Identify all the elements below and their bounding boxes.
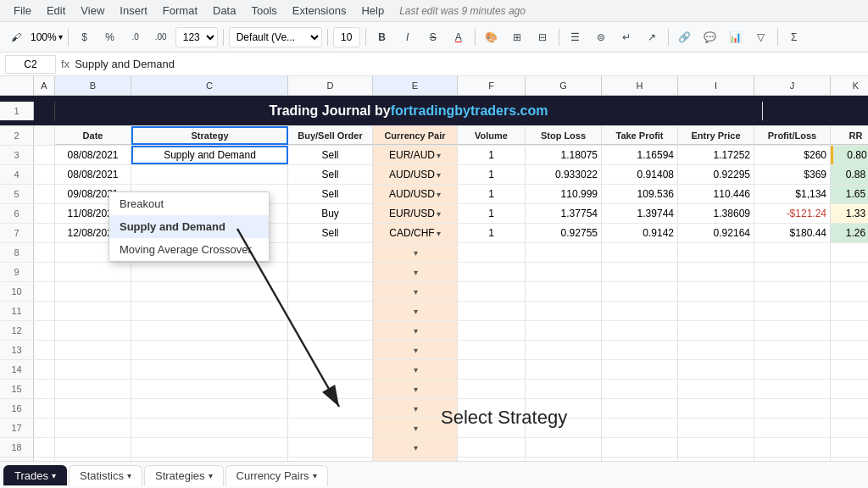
col-header-j[interactable]: J — [754, 76, 831, 95]
cell-k8[interactable] — [831, 243, 868, 262]
menu-view[interactable]: View — [74, 3, 111, 19]
cell-volume-2[interactable]: 1 — [458, 165, 526, 184]
cell-d11[interactable] — [288, 302, 373, 320]
cell-rr-5[interactable]: 1.26 — [831, 224, 868, 242]
tab-currency-pairs[interactable]: Currency Pairs ▾ — [225, 465, 328, 485]
cell-j14[interactable] — [754, 360, 831, 379]
cell-a9[interactable] — [34, 263, 55, 281]
col-header-c[interactable]: C — [131, 76, 288, 95]
zoom-dropdown-icon[interactable]: ▾ — [58, 32, 63, 42]
col-header-h[interactable]: H — [602, 76, 678, 95]
cell-f11[interactable] — [458, 302, 526, 320]
dropdown-arrow[interactable]: ▾ — [414, 365, 418, 374]
cell-sl-1[interactable]: 1.18075 — [526, 146, 602, 164]
cell-e12[interactable]: ▾ — [373, 321, 458, 340]
cell-i8[interactable] — [678, 243, 754, 262]
cell-d18[interactable] — [288, 438, 373, 457]
cell-d17[interactable] — [288, 419, 373, 437]
cell-h17[interactable] — [602, 419, 678, 437]
cell-entry-1[interactable]: 1.17252 — [678, 146, 754, 164]
cell-c16[interactable] — [131, 399, 288, 418]
cell-strategy-1[interactable]: Supply and Demand — [131, 146, 288, 164]
dropdown-arrow[interactable]: ▾ — [414, 326, 418, 336]
cell-tp-5[interactable]: 0.9142 — [602, 224, 678, 242]
cell-date-2[interactable]: 08/08/2021 — [55, 165, 131, 184]
cell-h11[interactable] — [602, 302, 678, 320]
cell-a10[interactable] — [34, 282, 55, 301]
cell-d9[interactable] — [288, 263, 373, 281]
cell-i12[interactable] — [678, 321, 754, 340]
cell-j13[interactable] — [754, 341, 831, 359]
cell-volume-4[interactable]: 1 — [458, 204, 526, 223]
cell-f12[interactable] — [458, 321, 526, 340]
cell-g14[interactable] — [526, 360, 602, 379]
cell-j15[interactable] — [754, 380, 831, 398]
cell-rr-4[interactable]: 1.33 — [831, 204, 868, 223]
cell-g18[interactable] — [526, 438, 602, 457]
cell-c18[interactable] — [131, 438, 288, 457]
cell-d14[interactable] — [288, 360, 373, 379]
cell-h10[interactable] — [602, 282, 678, 301]
col-header-g[interactable]: G — [526, 76, 602, 95]
format-select[interactable]: 123 — [175, 27, 218, 47]
dropdown-arrow[interactable]: ▾ — [414, 346, 418, 355]
cell-g15[interactable] — [526, 380, 602, 398]
cell-f17[interactable] — [458, 419, 526, 437]
cell-order-2[interactable]: Sell — [288, 165, 373, 184]
decimal-increase-btn[interactable]: .00 — [150, 26, 172, 48]
col-header-b[interactable]: B — [55, 76, 131, 95]
menu-format[interactable]: Format — [156, 3, 204, 19]
percent-btn[interactable]: % — [99, 26, 121, 48]
cell-g17[interactable] — [526, 419, 602, 437]
cell-g16[interactable] — [526, 399, 602, 418]
font-size-input[interactable] — [333, 27, 360, 47]
cell-f9[interactable] — [458, 263, 526, 281]
cell-d8[interactable] — [288, 243, 373, 262]
cell-j10[interactable] — [754, 282, 831, 301]
cell-a3[interactable] — [34, 146, 55, 164]
cell-g8[interactable] — [526, 243, 602, 262]
cell-g10[interactable] — [526, 282, 602, 301]
cell-k11[interactable] — [831, 302, 868, 320]
cell-i10[interactable] — [678, 282, 754, 301]
cell-rr-2[interactable]: 0.88 — [831, 165, 868, 184]
cell-sl-3[interactable]: 110.999 — [526, 185, 602, 203]
cell-b12[interactable] — [55, 321, 131, 340]
dropdown-arrow[interactable]: ▾ — [414, 424, 418, 433]
menu-tools[interactable]: Tools — [244, 3, 283, 19]
decimal-decrease-btn[interactable]: .0 — [125, 26, 147, 48]
cell-k13[interactable] — [831, 341, 868, 359]
cell-a2[interactable] — [34, 126, 55, 145]
cell-b16[interactable] — [55, 399, 131, 418]
cell-pl-1[interactable]: $260 — [754, 146, 831, 164]
cell-k17[interactable] — [831, 419, 868, 437]
menu-extensions[interactable]: Extensions — [286, 3, 353, 19]
cell-i14[interactable] — [678, 360, 754, 379]
cell-order-1[interactable]: Sell — [288, 146, 373, 164]
cell-volume-1[interactable]: 1 — [458, 146, 526, 164]
cell-tp-3[interactable]: 109.536 — [602, 185, 678, 203]
dropdown-arrow[interactable]: ▾ — [414, 248, 418, 258]
cell-h18[interactable] — [602, 438, 678, 457]
cell-e15[interactable]: ▾ — [373, 380, 458, 398]
dropdown-arrow[interactable]: ▾ — [414, 268, 418, 277]
cell-entry-4[interactable]: 1.38609 — [678, 204, 754, 223]
tab-statistics[interactable]: Statistics ▾ — [69, 465, 142, 485]
cell-j11[interactable] — [754, 302, 831, 320]
cell-volume-3[interactable]: 1 — [458, 185, 526, 203]
filter-btn[interactable]: ▽ — [750, 26, 772, 48]
cell-a11[interactable] — [34, 302, 55, 320]
cell-b17[interactable] — [55, 419, 131, 437]
cell-e17[interactable]: ▾ — [373, 419, 458, 437]
cell-h12[interactable] — [602, 321, 678, 340]
cell-c14[interactable] — [131, 360, 288, 379]
cell-k10[interactable] — [831, 282, 868, 301]
cell-date-1[interactable]: 08/08/2021 — [55, 146, 131, 164]
cell-tp-2[interactable]: 0.91408 — [602, 165, 678, 184]
tab-trades-arrow[interactable]: ▾ — [52, 471, 56, 480]
cell-a15[interactable] — [34, 380, 55, 398]
cell-a4[interactable] — [34, 165, 55, 184]
tab-statistics-arrow[interactable]: ▾ — [127, 471, 131, 480]
cell-d13[interactable] — [288, 341, 373, 359]
cell-g11[interactable] — [526, 302, 602, 320]
